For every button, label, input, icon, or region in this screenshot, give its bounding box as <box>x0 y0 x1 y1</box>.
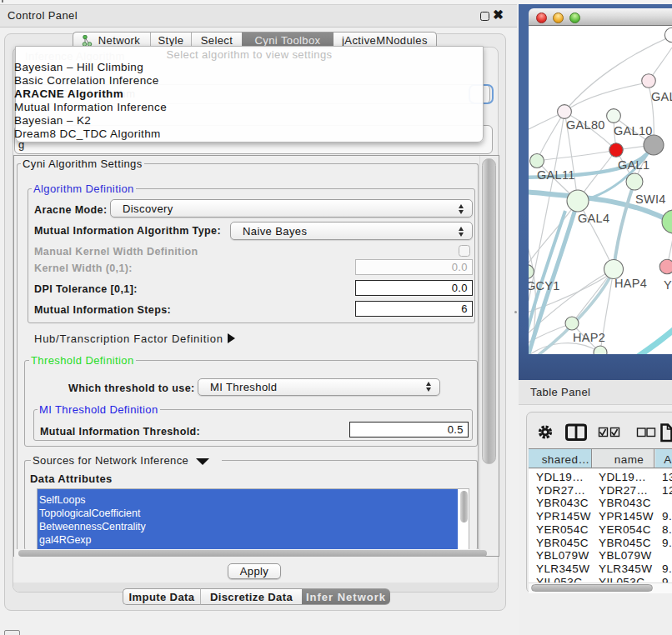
svg-text:HAP2: HAP2 <box>573 331 605 344</box>
svg-text:Y: Y <box>664 278 672 292</box>
svg-text:GAL11: GAL11 <box>537 168 575 182</box>
svg-text:GAL10: GAL10 <box>614 124 653 138</box>
svg-text:GCY1: GCY1 <box>529 279 560 292</box>
svg-text:GAL7: GAL7 <box>651 90 672 103</box>
svg-text:GAL80: GAL80 <box>566 118 605 132</box>
svg-text:GAL4: GAL4 <box>578 212 609 225</box>
svg-text:GAL1: GAL1 <box>618 158 649 172</box>
svg-text:HAP4: HAP4 <box>614 277 647 290</box>
svg-text:SWI4: SWI4 <box>635 192 666 206</box>
